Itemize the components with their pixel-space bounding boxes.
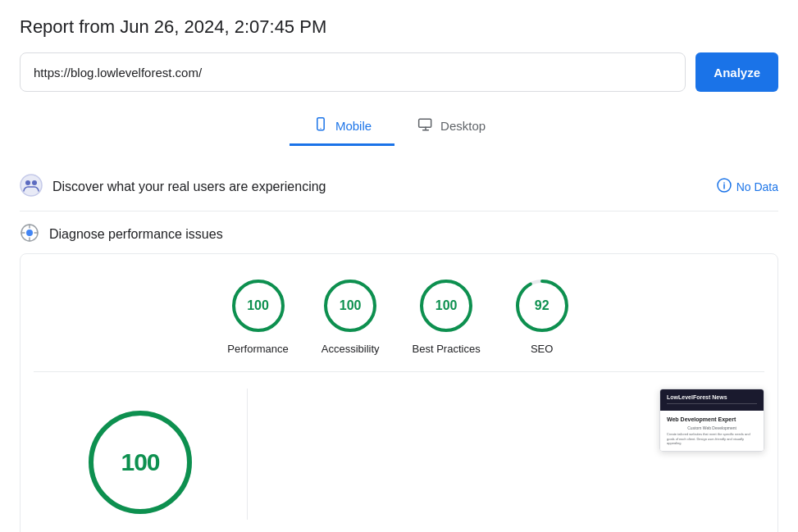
preview-body-text: Create tailored websites that meet the s…: [667, 432, 757, 446]
svg-rect-2: [419, 119, 431, 127]
score-value-accessibility: 100: [340, 298, 362, 313]
score-circle-performance: 100: [230, 277, 287, 334]
score-label-best-practices: Best Practices: [413, 343, 481, 355]
score-label-performance: Performance: [227, 343, 288, 355]
website-preview: LowLevelForest News Web Development Expe…: [659, 389, 764, 452]
score-value-performance: 100: [247, 298, 269, 313]
report-title: Report from Jun 26, 2024, 2:07:45 PM: [20, 16, 778, 38]
score-item-seo: 92 SEO: [513, 277, 571, 355]
no-data-label: No Data: [736, 180, 778, 193]
mobile-icon: [312, 116, 329, 135]
bottom-section: 100 LowLevelForest News Web Development …: [34, 372, 764, 532]
tabs-row: Mobile Desktop: [20, 108, 778, 146]
big-score-value: 100: [121, 448, 159, 476]
analyze-button[interactable]: Analyze: [695, 52, 778, 92]
diagnose-icon: [20, 223, 39, 245]
diagnose-title: Diagnose performance issues: [49, 227, 223, 242]
score-circle-accessibility: 100: [321, 277, 379, 334]
real-users-icon: [20, 174, 43, 199]
score-item-performance: 100 Performance: [227, 277, 288, 355]
no-data-link[interactable]: No Data: [717, 178, 778, 195]
svg-point-3: [21, 175, 42, 196]
desktop-icon: [417, 116, 434, 135]
url-bar-row: Analyze: [20, 52, 778, 92]
scores-row: 100 Performance 100 Accessibility: [34, 277, 764, 372]
tab-mobile[interactable]: Mobile: [290, 108, 394, 146]
big-score-area: 100: [34, 372, 247, 532]
svg-point-1: [320, 128, 321, 129]
preview-area: LowLevelForest News Web Development Expe…: [248, 372, 764, 452]
score-label-accessibility: Accessibility: [321, 343, 380, 355]
real-users-title: Discover what your real users are experi…: [52, 180, 707, 194]
score-item-best-practices: 100 Best Practices: [413, 277, 481, 355]
preview-header-title: LowLevelForest News: [667, 394, 757, 400]
svg-point-9: [26, 230, 33, 236]
real-users-banner: Discover what your real users are experi…: [20, 162, 778, 211]
score-label-seo: SEO: [531, 343, 553, 355]
score-circle-seo: 92: [513, 277, 571, 334]
svg-point-4: [25, 180, 30, 185]
diagnose-section: Diagnose performance issues: [20, 211, 778, 253]
tab-desktop-label: Desktop: [440, 119, 486, 133]
preview-header-divider: [667, 403, 757, 404]
score-circle-best-practices: 100: [417, 277, 475, 334]
preview-body-title: Web Development Expert: [667, 416, 757, 423]
svg-point-5: [32, 180, 37, 185]
scores-card: 100 Performance 100 Accessibility: [20, 253, 778, 532]
svg-point-7: [723, 182, 725, 184]
score-value-best-practices: 100: [435, 298, 458, 313]
tab-desktop[interactable]: Desktop: [394, 108, 508, 146]
tab-mobile-label: Mobile: [335, 119, 372, 133]
url-input[interactable]: [20, 52, 686, 92]
big-circle: 100: [83, 405, 198, 520]
preview-body: Web Development Expert Custom Web Develo…: [660, 411, 764, 451]
score-value-seo: 92: [535, 298, 549, 313]
score-item-accessibility: 100 Accessibility: [321, 277, 380, 355]
info-icon: [717, 178, 732, 195]
preview-header: LowLevelForest News: [660, 389, 764, 411]
preview-body-subtitle: Custom Web Development: [667, 425, 757, 430]
